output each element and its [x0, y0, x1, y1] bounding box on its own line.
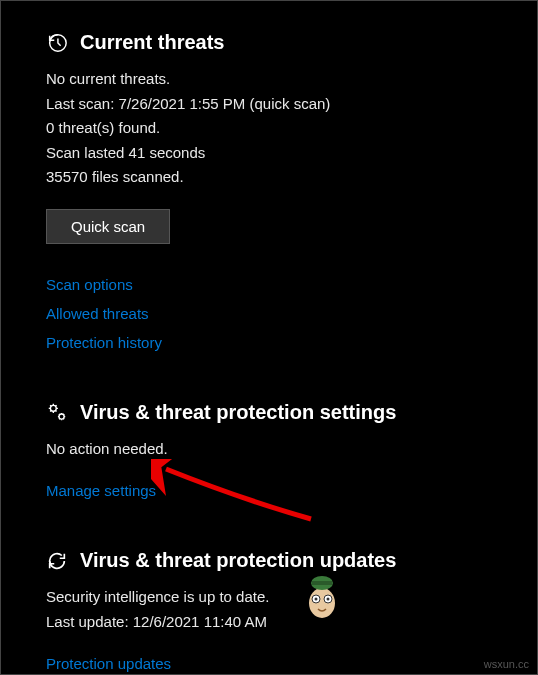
current-threats-section: Current threats No current threats. Last… [46, 31, 492, 351]
quick-scan-button[interactable]: Quick scan [46, 209, 170, 244]
settings-header: Virus & threat protection settings [46, 401, 492, 424]
manage-settings-link[interactable]: Manage settings [46, 482, 156, 499]
updates-title: Virus & threat protection updates [80, 549, 396, 572]
settings-title: Virus & threat protection settings [80, 401, 396, 424]
protection-history-link[interactable]: Protection history [46, 334, 162, 351]
last-update-info: Last update: 12/6/2021 11:40 AM [46, 611, 492, 634]
last-scan-info: Last scan: 7/26/2021 1:55 PM (quick scan… [46, 93, 492, 116]
gears-icon [46, 401, 68, 423]
threats-status: No current threats. [46, 68, 492, 91]
protection-updates-link[interactable]: Protection updates [46, 655, 171, 672]
scan-options-link[interactable]: Scan options [46, 276, 133, 293]
svg-point-2 [59, 414, 64, 419]
refresh-sync-icon [46, 550, 68, 572]
threats-found-info: 0 threat(s) found. [46, 117, 492, 140]
current-threats-title: Current threats [80, 31, 224, 54]
allowed-threats-link[interactable]: Allowed threats [46, 305, 149, 322]
updates-header: Virus & threat protection updates [46, 549, 492, 572]
scan-duration-info: Scan lasted 41 seconds [46, 142, 492, 165]
history-clock-icon [46, 32, 68, 54]
updates-section: Virus & threat protection updates Securi… [46, 549, 492, 672]
watermark: wsxun.cc [484, 658, 529, 670]
files-scanned-info: 35570 files scanned. [46, 166, 492, 189]
current-threats-header: Current threats [46, 31, 492, 54]
settings-section: Virus & threat protection settings No ac… [46, 401, 492, 500]
settings-status: No action needed. [46, 438, 492, 461]
updates-status: Security intelligence is up to date. [46, 586, 492, 609]
